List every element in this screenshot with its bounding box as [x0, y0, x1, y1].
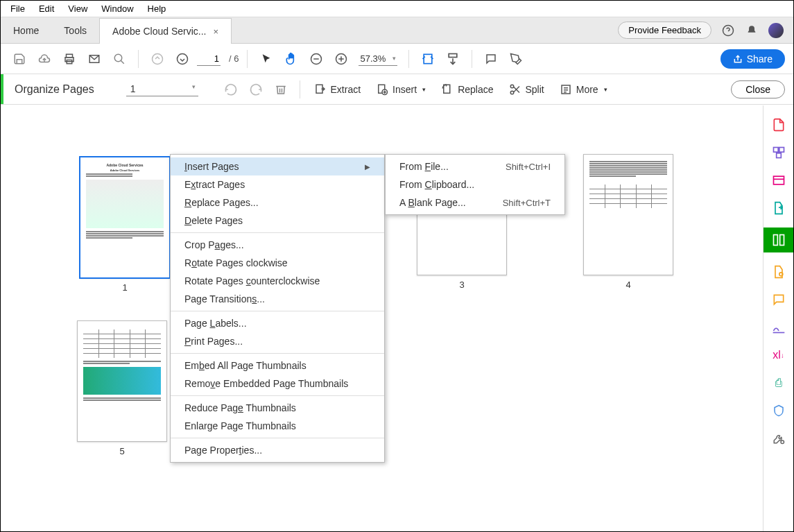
page-select[interactable]: 1	[126, 82, 198, 96]
replace-button[interactable]: Replace	[435, 80, 499, 98]
thumbnail-label: 3	[417, 280, 507, 290]
tab-document[interactable]: Adobe Cloud Servic... ×	[99, 18, 232, 44]
fit-page-icon[interactable]	[442, 49, 463, 69]
ctx-replace-pages[interactable]: Replace Pages...	[171, 194, 384, 212]
email-icon[interactable]	[84, 49, 105, 69]
menu-window[interactable]: Window	[94, 2, 140, 15]
svg-point-43	[779, 273, 782, 276]
rail-organize-icon[interactable]	[763, 228, 794, 252]
menu-file[interactable]: File	[3, 2, 32, 15]
rail-comment-icon[interactable]	[770, 291, 787, 308]
insert-submenu: From File...Shift+Ctrl+I From Clipboard.…	[385, 154, 565, 215]
ctx-embed-thumbs[interactable]: Embed All Page Thumbnails	[171, 357, 384, 375]
menu-help[interactable]: Help	[141, 2, 173, 15]
ctx-enlarge-thumbs[interactable]: Enlarge Page Thumbnails	[171, 417, 384, 435]
zoom-select[interactable]: 57.3%	[359, 52, 397, 66]
svg-point-29	[510, 91, 514, 94]
provide-feedback-button[interactable]: Provide Feedback	[618, 22, 711, 39]
svg-rect-41	[773, 235, 777, 246]
svg-line-8	[121, 60, 124, 64]
svg-rect-39	[773, 176, 784, 185]
right-tool-rail: xl↓ ⎙	[763, 105, 793, 531]
svg-point-7	[114, 54, 122, 62]
bell-icon[interactable]	[745, 24, 759, 37]
svg-point-28	[510, 85, 514, 88]
close-button[interactable]: Close	[731, 80, 785, 98]
ctx-transitions[interactable]: Page Transitions...	[171, 290, 384, 308]
thumbnail-page-5[interactable]: 5	[77, 320, 167, 456]
submenu-blank-page[interactable]: A Blank Page...Shift+Ctrl+T	[386, 194, 564, 212]
ctx-crop-pages[interactable]: Crop Pages...	[171, 236, 384, 254]
ctx-insert-pages[interactable]: Insert Pages▶	[171, 157, 384, 175]
rail-more-tools-icon[interactable]	[770, 430, 787, 447]
hand-icon[interactable]	[281, 49, 302, 69]
rail-optimize-icon[interactable]: ⎙	[770, 375, 787, 391]
zoom-out-icon[interactable]	[306, 49, 327, 69]
svg-rect-17	[449, 53, 458, 57]
rail-convert-icon[interactable]: xl↓	[770, 347, 787, 363]
menubar: File Edit View Window Help	[1, 1, 793, 17]
svg-point-10	[178, 53, 188, 64]
organize-pages-bar: Organize Pages 1 Extract Insert▾ Replace…	[1, 74, 793, 105]
help-icon[interactable]	[721, 24, 735, 37]
ctx-page-labels[interactable]: Page Labels...	[171, 314, 384, 332]
menu-view[interactable]: View	[61, 2, 94, 15]
svg-rect-42	[779, 235, 784, 246]
thumbnail-label: 1	[80, 282, 170, 293]
svg-point-45	[781, 440, 784, 444]
print-icon[interactable]	[59, 49, 80, 69]
rail-fill-sign-icon[interactable]	[770, 319, 787, 336]
rail-signature-icon[interactable]	[770, 264, 787, 280]
ctx-delete-pages[interactable]: Delete Pages	[171, 212, 384, 230]
fit-width-icon[interactable]	[417, 49, 438, 69]
ctx-reduce-thumbs[interactable]: Reduce Page Thumbnails	[171, 399, 384, 417]
page-total-label: / 6	[229, 53, 239, 64]
tab-home[interactable]: Home	[1, 17, 51, 43]
page-number-input[interactable]	[197, 52, 221, 66]
avatar[interactable]	[768, 23, 784, 38]
delete-icon[interactable]	[270, 79, 291, 100]
split-button[interactable]: Split	[503, 80, 550, 98]
pointer-icon[interactable]	[256, 49, 277, 69]
submenu-from-file[interactable]: From File...Shift+Ctrl+I	[386, 157, 564, 175]
menu-edit[interactable]: Edit	[32, 2, 61, 15]
thumbnail-page-1[interactable]: Adobe Cloud Services Adobe Cloud Service…	[77, 154, 173, 295]
ctx-rotate-ccw[interactable]: Rotate Pages counterclockwise	[171, 272, 384, 290]
extract-button[interactable]: Extract	[309, 80, 367, 98]
cloud-upload-icon[interactable]	[34, 49, 55, 69]
rail-export-icon[interactable]	[770, 200, 787, 216]
ctx-remove-embed-thumbs[interactable]: Remove Embedded Page Thumbnails	[171, 375, 384, 393]
svg-point-9	[153, 53, 163, 64]
ctx-print-pages[interactable]: Print Pages...	[171, 332, 384, 350]
ctx-extract-pages[interactable]: Extract Pages	[171, 175, 384, 194]
tabbar: Home Tools Adobe Cloud Servic... × Provi…	[1, 17, 793, 44]
close-icon[interactable]: ×	[213, 26, 218, 37]
svg-rect-37	[779, 148, 784, 153]
svg-rect-16	[424, 54, 433, 63]
ctx-rotate-cw[interactable]: Rotate Pages clockwise	[171, 254, 384, 272]
organize-title: Organize Pages	[15, 83, 94, 96]
toolbar: / 6 57.3% Share	[1, 44, 793, 74]
page-down-icon[interactable]	[172, 49, 193, 69]
highlight-icon[interactable]	[506, 49, 526, 69]
ctx-page-properties[interactable]: Page Properties...	[171, 441, 384, 459]
undo-icon[interactable]	[221, 79, 241, 100]
insert-button[interactable]: Insert▾	[370, 80, 431, 98]
context-menu: Insert Pages▶ Extract Pages Replace Page…	[170, 154, 385, 463]
save-icon[interactable]	[9, 49, 30, 69]
tab-tools[interactable]: Tools	[51, 17, 99, 43]
share-button[interactable]: Share	[720, 49, 785, 69]
search-icon[interactable]	[109, 49, 130, 69]
rail-create-pdf-icon[interactable]	[770, 117, 787, 133]
svg-rect-38	[776, 153, 781, 158]
submenu-from-clipboard[interactable]: From Clipboard...	[386, 175, 564, 194]
comment-icon[interactable]	[481, 49, 501, 69]
more-button[interactable]: More▾	[554, 80, 613, 98]
rail-combine-icon[interactable]	[770, 144, 787, 161]
rail-protect-icon[interactable]	[770, 402, 787, 419]
rail-edit-icon[interactable]	[770, 172, 787, 189]
zoom-in-icon[interactable]	[331, 49, 352, 69]
thumbnail-page-4[interactable]: 4	[583, 154, 673, 290]
page-up-icon[interactable]	[147, 49, 168, 69]
redo-icon[interactable]	[245, 79, 266, 100]
